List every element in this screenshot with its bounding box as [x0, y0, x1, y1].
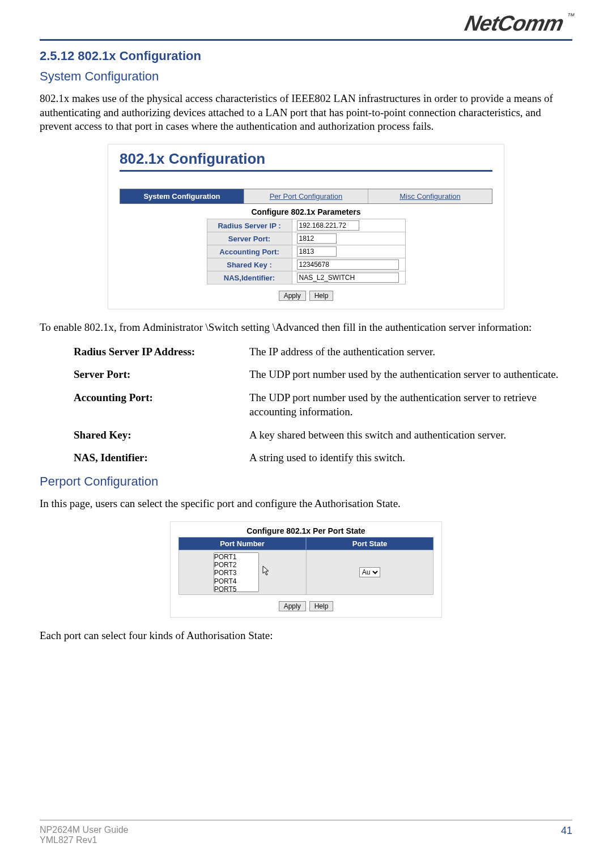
section-heading: 2.5.12 802.1x Configuration	[40, 49, 572, 63]
system-config-intro: 802.1x makes use of the physical access …	[40, 92, 572, 134]
def-term: Shared Key:	[74, 428, 249, 442]
def-term: Accounting Port:	[74, 391, 249, 419]
perport-post-text: Each port can select four kinds of Autho…	[40, 629, 572, 643]
radius-ip-label: Radius Server IP :	[207, 219, 292, 232]
def-desc: The UDP port number used by the authenti…	[249, 391, 572, 419]
def-row: Shared Key:A key shared between this swi…	[74, 428, 572, 442]
perport-panel: Configure 802.1x Per Port State Port Num…	[170, 521, 442, 618]
def-row: Accounting Port:The UDP port number used…	[74, 391, 572, 419]
definitions-list: Radius Server IP Address:The IP address …	[74, 345, 572, 465]
col-port-number: Port Number	[178, 537, 306, 550]
port-state-select[interactable]: Au	[359, 567, 380, 577]
footer-guide: NP2624M User Guide	[40, 825, 129, 835]
shared-key-label: Shared Key :	[207, 258, 292, 271]
def-term: NAS, Identifier:	[74, 451, 249, 465]
header-bar: NetComm™	[40, 11, 572, 41]
port-option: PORT4	[214, 577, 258, 585]
cursor-icon	[262, 565, 271, 579]
tab-misc-configuration[interactable]: Misc Configuration	[368, 189, 492, 203]
perport-help-button[interactable]: Help	[309, 601, 334, 611]
port-option: PORT3	[214, 569, 258, 577]
def-desc: A string used to identify this switch.	[249, 451, 572, 465]
brand-logo: NetComm™	[462, 11, 575, 36]
shared-key-input[interactable]	[297, 259, 399, 270]
config-panel: 802.1x Configuration System Configuratio…	[108, 144, 504, 309]
perport-table-body: PORT1 PORT2 PORT3 PORT4 PORT5 Au	[178, 550, 434, 595]
accounting-port-input[interactable]	[297, 246, 337, 257]
port-number-list[interactable]: PORT1 PORT2 PORT3 PORT4 PORT5	[214, 552, 259, 592]
def-term: Server Port:	[74, 368, 249, 382]
nas-identifier-label: NAS,Identifier:	[207, 271, 292, 284]
perport-intro: In this page, users can select the speci…	[40, 497, 572, 511]
def-term: Radius Server IP Address:	[74, 345, 249, 359]
system-config-heading: System Configuration	[40, 69, 572, 84]
radius-ip-input[interactable]	[297, 220, 359, 231]
def-desc: The IP address of the authentication ser…	[249, 345, 572, 359]
apply-button[interactable]: Apply	[279, 291, 306, 301]
port-option: PORT5	[214, 585, 258, 592]
def-row: Radius Server IP Address:The IP address …	[74, 345, 572, 359]
server-port-input[interactable]	[297, 233, 337, 244]
brand-name: NetComm	[462, 11, 565, 35]
params-caption: Configure 802.1x Parameters	[120, 207, 492, 216]
server-port-label: Server Port:	[207, 232, 292, 245]
port-option: PORT1	[214, 553, 258, 561]
port-option: PORT2	[214, 561, 258, 569]
perport-caption: Configure 802.1x Per Port State	[178, 526, 434, 535]
perport-apply-button[interactable]: Apply	[279, 601, 306, 611]
perport-button-row: Apply Help	[178, 601, 434, 611]
def-row: NAS, Identifier:A string used to identif…	[74, 451, 572, 465]
accounting-port-label: Accounting Port:	[207, 245, 292, 258]
config-panel-title: 802.1x Configuration	[120, 150, 492, 172]
perport-heading: Perport Configuration	[40, 474, 572, 489]
page-number: 41	[561, 825, 572, 845]
tab-system-configuration[interactable]: System Configuration	[120, 189, 244, 203]
panel-button-row: Apply Help	[120, 290, 492, 301]
enable-instructions: To enable 802.1x, from Administrator \Sw…	[40, 321, 572, 335]
tab-per-port-configuration[interactable]: Per Port Configuration	[244, 189, 368, 203]
help-button[interactable]: Help	[309, 291, 334, 301]
page-footer: NP2624M User Guide YML827 Rev1 41	[40, 820, 572, 845]
def-desc: The UDP port number used by the authenti…	[249, 368, 572, 382]
perport-table-header: Port Number Port State	[178, 537, 434, 550]
def-desc: A key shared between this switch and aut…	[249, 428, 572, 442]
nas-identifier-input[interactable]	[297, 273, 399, 283]
def-row: Server Port:The UDP port number used by …	[74, 368, 572, 382]
footer-rev: YML827 Rev1	[40, 835, 129, 845]
trademark-symbol: ™	[566, 11, 575, 20]
config-tabs: System Configuration Per Port Configurat…	[120, 189, 492, 204]
col-port-state: Port State	[306, 537, 434, 550]
params-table: Radius Server IP : Server Port: Accounti…	[207, 219, 406, 284]
